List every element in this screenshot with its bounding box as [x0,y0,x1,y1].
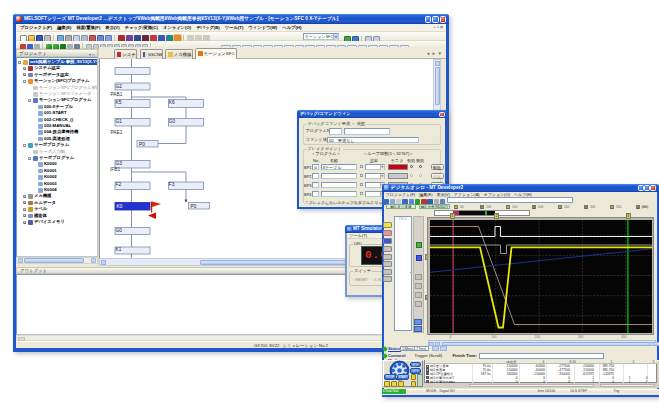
svg-text:PAB1: PAB1 [111,92,123,97]
svg-text:K6: K6 [169,100,175,105]
svg-text:PAE1: PAE1 [111,130,123,135]
svg-text:G3: G3 [116,161,123,166]
svg-text:G1: G1 [116,119,123,124]
svg-text:K0: K0 [117,204,123,209]
svg-text:P0: P0 [191,204,197,209]
svg-text:P0: P0 [139,142,145,147]
svg-text:K1: K1 [116,247,122,252]
svg-text:G0: G0 [169,119,176,124]
svg-text:K5: K5 [116,100,122,105]
svg-text:F3: F3 [169,182,175,187]
svg-text:G2: G2 [116,84,123,89]
svg-text:G0: G0 [116,228,123,233]
svg-text:F2: F2 [116,182,122,187]
svg-text:IFB1: IFB1 [110,167,120,172]
